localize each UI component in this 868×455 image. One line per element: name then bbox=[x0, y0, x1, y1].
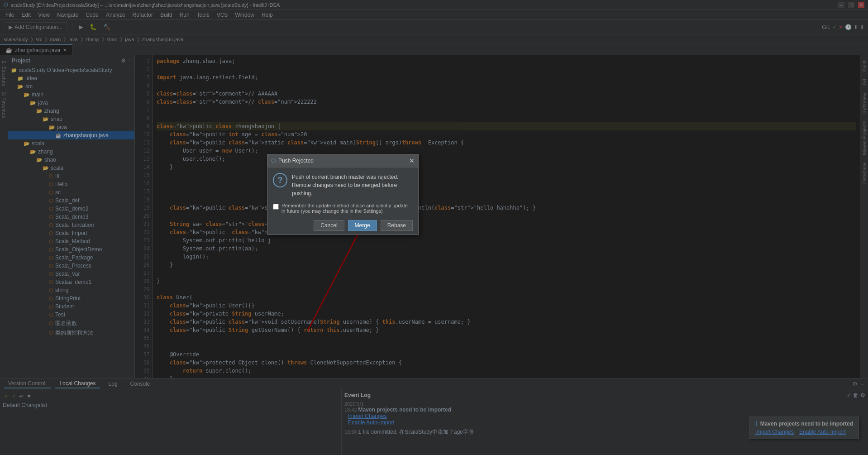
dialog-message-1: Push of current branch master was reject… bbox=[292, 173, 413, 181]
dialog-checkbox-label: Remember the update method choice and si… bbox=[281, 203, 413, 214]
dialog-title-icon: ⬡ bbox=[271, 158, 276, 164]
dialog-message-2: Remote changes need to be merged before … bbox=[292, 181, 413, 197]
rebase-button[interactable]: Rebase bbox=[381, 220, 413, 231]
dialog-body: ? Push of current branch master was reje… bbox=[267, 168, 418, 235]
dialog-question-icon: ? bbox=[273, 173, 287, 187]
dialog-checkbox[interactable] bbox=[273, 204, 279, 210]
dialog-title-content: ⬡ Push Rejected bbox=[271, 158, 314, 164]
dialog-title-text: Push Rejected bbox=[278, 158, 314, 164]
dialog-title-bar: ⬡ Push Rejected ✕ bbox=[267, 154, 418, 168]
dialog-checkbox-row: Remember the update method choice and si… bbox=[273, 203, 413, 214]
dialog-buttons: Cancel Merge Rebase bbox=[273, 220, 413, 231]
push-rejected-dialog: ⬡ Push Rejected ✕ ? Push of current bran… bbox=[267, 154, 419, 235]
cancel-button[interactable]: Cancel bbox=[314, 220, 344, 231]
dialog-message-row: ? Push of current branch master was reje… bbox=[273, 173, 413, 197]
dialog-overlay: ⬡ Push Rejected ✕ ? Push of current bran… bbox=[0, 0, 868, 455]
dialog-close-button[interactable]: ✕ bbox=[409, 157, 415, 164]
merge-button[interactable]: Merge bbox=[348, 220, 377, 231]
dialog-text: Push of current branch master was reject… bbox=[292, 173, 413, 197]
